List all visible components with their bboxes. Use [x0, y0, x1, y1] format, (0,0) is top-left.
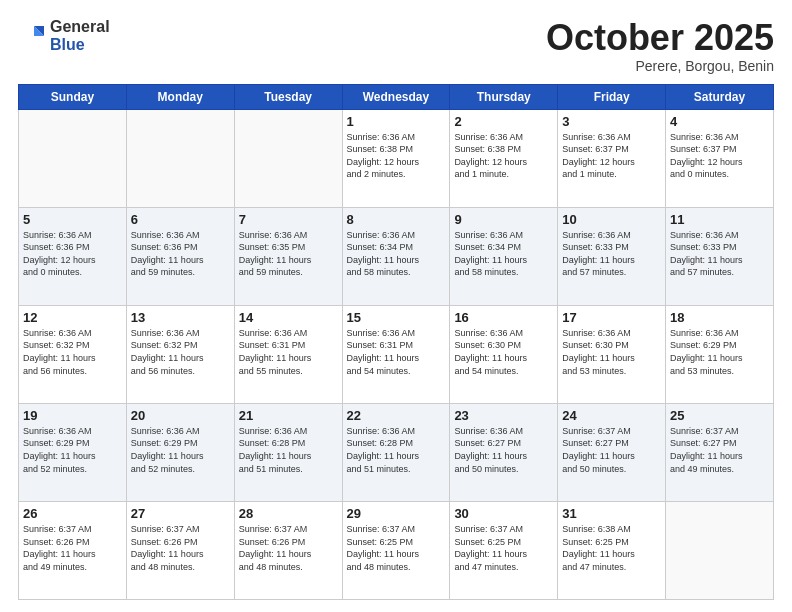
day-number: 8 [347, 212, 446, 227]
day-info: Sunrise: 6:36 AMSunset: 6:32 PMDaylight:… [131, 327, 230, 377]
day-number: 12 [23, 310, 122, 325]
header-saturday: Saturday [666, 84, 774, 109]
day-number: 19 [23, 408, 122, 423]
day-info: Sunrise: 6:36 AMSunset: 6:27 PMDaylight:… [454, 425, 553, 475]
calendar-day-cell [19, 109, 127, 207]
calendar-day-cell: 27Sunrise: 6:37 AMSunset: 6:26 PMDayligh… [126, 501, 234, 599]
day-info: Sunrise: 6:37 AMSunset: 6:25 PMDaylight:… [347, 523, 446, 573]
day-number: 9 [454, 212, 553, 227]
day-number: 1 [347, 114, 446, 129]
day-info: Sunrise: 6:36 AMSunset: 6:28 PMDaylight:… [347, 425, 446, 475]
day-info: Sunrise: 6:36 AMSunset: 6:34 PMDaylight:… [454, 229, 553, 279]
calendar-day-cell: 4Sunrise: 6:36 AMSunset: 6:37 PMDaylight… [666, 109, 774, 207]
calendar-week-row: 26Sunrise: 6:37 AMSunset: 6:26 PMDayligh… [19, 501, 774, 599]
day-number: 7 [239, 212, 338, 227]
day-info: Sunrise: 6:36 AMSunset: 6:34 PMDaylight:… [347, 229, 446, 279]
day-info: Sunrise: 6:36 AMSunset: 6:31 PMDaylight:… [347, 327, 446, 377]
day-number: 3 [562, 114, 661, 129]
day-number: 27 [131, 506, 230, 521]
logo-blue-text: Blue [50, 36, 110, 54]
calendar-day-cell: 9Sunrise: 6:36 AMSunset: 6:34 PMDaylight… [450, 207, 558, 305]
calendar-day-cell: 10Sunrise: 6:36 AMSunset: 6:33 PMDayligh… [558, 207, 666, 305]
day-info: Sunrise: 6:37 AMSunset: 6:26 PMDaylight:… [23, 523, 122, 573]
calendar-day-cell: 25Sunrise: 6:37 AMSunset: 6:27 PMDayligh… [666, 403, 774, 501]
day-info: Sunrise: 6:36 AMSunset: 6:29 PMDaylight:… [23, 425, 122, 475]
calendar-week-row: 1Sunrise: 6:36 AMSunset: 6:38 PMDaylight… [19, 109, 774, 207]
calendar-day-cell: 13Sunrise: 6:36 AMSunset: 6:32 PMDayligh… [126, 305, 234, 403]
calendar-day-cell: 22Sunrise: 6:36 AMSunset: 6:28 PMDayligh… [342, 403, 450, 501]
logo-text: General Blue [50, 18, 110, 53]
calendar-week-row: 19Sunrise: 6:36 AMSunset: 6:29 PMDayligh… [19, 403, 774, 501]
day-number: 15 [347, 310, 446, 325]
calendar-day-cell [234, 109, 342, 207]
calendar-week-row: 5Sunrise: 6:36 AMSunset: 6:36 PMDaylight… [19, 207, 774, 305]
day-number: 20 [131, 408, 230, 423]
day-number: 28 [239, 506, 338, 521]
calendar-day-cell: 15Sunrise: 6:36 AMSunset: 6:31 PMDayligh… [342, 305, 450, 403]
day-info: Sunrise: 6:36 AMSunset: 6:33 PMDaylight:… [670, 229, 769, 279]
calendar-day-cell: 21Sunrise: 6:36 AMSunset: 6:28 PMDayligh… [234, 403, 342, 501]
calendar-day-cell: 14Sunrise: 6:36 AMSunset: 6:31 PMDayligh… [234, 305, 342, 403]
calendar-day-cell: 23Sunrise: 6:36 AMSunset: 6:27 PMDayligh… [450, 403, 558, 501]
title-month: October 2025 [546, 18, 774, 58]
header: General Blue October 2025 Perere, Borgou… [18, 18, 774, 74]
day-info: Sunrise: 6:36 AMSunset: 6:36 PMDaylight:… [131, 229, 230, 279]
day-number: 22 [347, 408, 446, 423]
day-number: 13 [131, 310, 230, 325]
calendar-day-cell: 19Sunrise: 6:36 AMSunset: 6:29 PMDayligh… [19, 403, 127, 501]
title-location: Perere, Borgou, Benin [546, 58, 774, 74]
calendar-day-cell: 5Sunrise: 6:36 AMSunset: 6:36 PMDaylight… [19, 207, 127, 305]
day-info: Sunrise: 6:36 AMSunset: 6:31 PMDaylight:… [239, 327, 338, 377]
day-number: 5 [23, 212, 122, 227]
day-number: 24 [562, 408, 661, 423]
header-sunday: Sunday [19, 84, 127, 109]
day-number: 2 [454, 114, 553, 129]
calendar-day-cell: 30Sunrise: 6:37 AMSunset: 6:25 PMDayligh… [450, 501, 558, 599]
calendar-week-row: 12Sunrise: 6:36 AMSunset: 6:32 PMDayligh… [19, 305, 774, 403]
day-number: 17 [562, 310, 661, 325]
calendar-day-cell [666, 501, 774, 599]
calendar-day-cell: 7Sunrise: 6:36 AMSunset: 6:35 PMDaylight… [234, 207, 342, 305]
day-info: Sunrise: 6:37 AMSunset: 6:25 PMDaylight:… [454, 523, 553, 573]
day-info: Sunrise: 6:37 AMSunset: 6:26 PMDaylight:… [131, 523, 230, 573]
day-info: Sunrise: 6:36 AMSunset: 6:37 PMDaylight:… [562, 131, 661, 181]
logo: General Blue [18, 18, 110, 53]
day-number: 29 [347, 506, 446, 521]
header-thursday: Thursday [450, 84, 558, 109]
day-number: 4 [670, 114, 769, 129]
calendar-table: Sunday Monday Tuesday Wednesday Thursday… [18, 84, 774, 600]
calendar-day-cell: 24Sunrise: 6:37 AMSunset: 6:27 PMDayligh… [558, 403, 666, 501]
day-number: 21 [239, 408, 338, 423]
calendar-day-cell: 29Sunrise: 6:37 AMSunset: 6:25 PMDayligh… [342, 501, 450, 599]
day-info: Sunrise: 6:36 AMSunset: 6:38 PMDaylight:… [454, 131, 553, 181]
day-info: Sunrise: 6:36 AMSunset: 6:28 PMDaylight:… [239, 425, 338, 475]
day-number: 14 [239, 310, 338, 325]
calendar-day-cell: 31Sunrise: 6:38 AMSunset: 6:25 PMDayligh… [558, 501, 666, 599]
calendar-day-cell: 6Sunrise: 6:36 AMSunset: 6:36 PMDaylight… [126, 207, 234, 305]
calendar-day-cell: 20Sunrise: 6:36 AMSunset: 6:29 PMDayligh… [126, 403, 234, 501]
title-block: October 2025 Perere, Borgou, Benin [546, 18, 774, 74]
day-info: Sunrise: 6:36 AMSunset: 6:29 PMDaylight:… [131, 425, 230, 475]
calendar-day-cell: 1Sunrise: 6:36 AMSunset: 6:38 PMDaylight… [342, 109, 450, 207]
day-number: 11 [670, 212, 769, 227]
calendar-day-cell: 17Sunrise: 6:36 AMSunset: 6:30 PMDayligh… [558, 305, 666, 403]
day-number: 26 [23, 506, 122, 521]
header-tuesday: Tuesday [234, 84, 342, 109]
day-info: Sunrise: 6:36 AMSunset: 6:38 PMDaylight:… [347, 131, 446, 181]
day-number: 18 [670, 310, 769, 325]
day-info: Sunrise: 6:38 AMSunset: 6:25 PMDaylight:… [562, 523, 661, 573]
day-info: Sunrise: 6:36 AMSunset: 6:32 PMDaylight:… [23, 327, 122, 377]
calendar-day-cell [126, 109, 234, 207]
day-info: Sunrise: 6:37 AMSunset: 6:26 PMDaylight:… [239, 523, 338, 573]
day-info: Sunrise: 6:37 AMSunset: 6:27 PMDaylight:… [670, 425, 769, 475]
day-info: Sunrise: 6:36 AMSunset: 6:29 PMDaylight:… [670, 327, 769, 377]
day-number: 30 [454, 506, 553, 521]
day-number: 6 [131, 212, 230, 227]
day-number: 16 [454, 310, 553, 325]
day-info: Sunrise: 6:36 AMSunset: 6:36 PMDaylight:… [23, 229, 122, 279]
calendar-day-cell: 26Sunrise: 6:37 AMSunset: 6:26 PMDayligh… [19, 501, 127, 599]
day-info: Sunrise: 6:37 AMSunset: 6:27 PMDaylight:… [562, 425, 661, 475]
day-info: Sunrise: 6:36 AMSunset: 6:33 PMDaylight:… [562, 229, 661, 279]
page: General Blue October 2025 Perere, Borgou… [0, 0, 792, 612]
day-number: 25 [670, 408, 769, 423]
